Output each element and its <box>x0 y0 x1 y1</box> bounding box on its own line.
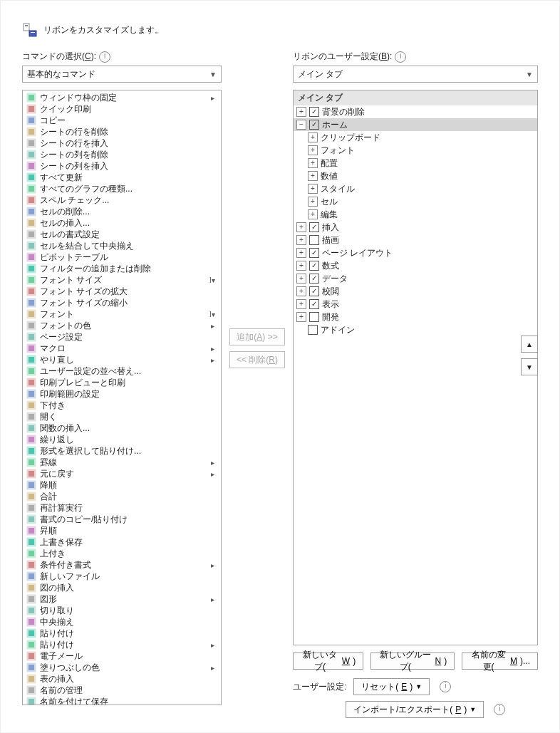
checkbox[interactable] <box>309 274 319 284</box>
command-item[interactable]: コピー <box>24 115 219 126</box>
collapse-icon[interactable]: − <box>296 120 306 130</box>
move-down-button[interactable]: ▼ <box>521 358 538 375</box>
checkbox[interactable] <box>309 312 319 322</box>
command-item[interactable]: セルの削除... <box>24 206 219 217</box>
checkbox[interactable] <box>309 248 319 258</box>
command-item[interactable]: 上書き保存 <box>24 536 219 548</box>
command-item[interactable]: 開く <box>24 411 219 422</box>
command-item[interactable]: 合計 <box>24 491 219 502</box>
expand-icon[interactable]: + <box>308 184 318 194</box>
expand-icon[interactable]: + <box>308 197 318 207</box>
tree-node-group[interactable]: +配置 <box>294 157 537 170</box>
customize-ribbon-dropdown[interactable]: メイン タブ ▼ <box>293 66 538 83</box>
commands-listbox[interactable]: ウィンドウ枠の固定▸クイック印刷コピーシートの行を削除シートの行を挿入シートの列… <box>22 90 222 705</box>
rename-button[interactable]: 名前の変更(M)... <box>462 653 538 670</box>
command-item[interactable]: 書式のコピー/貼り付け <box>24 514 219 525</box>
tree-node-group[interactable]: +数値 <box>294 170 537 182</box>
checkbox[interactable] <box>309 120 319 130</box>
expand-icon[interactable]: + <box>296 248 306 258</box>
checkbox[interactable] <box>309 235 319 245</box>
command-item[interactable]: すべて更新 <box>24 172 219 183</box>
tree-node-group[interactable]: +クリップボード <box>294 131 537 144</box>
expand-icon[interactable]: + <box>296 235 306 245</box>
info-icon[interactable]: i <box>440 681 451 692</box>
expand-icon[interactable]: + <box>296 299 306 309</box>
commands-from-dropdown[interactable]: 基本的なコマンド ▼ <box>22 66 222 83</box>
command-item[interactable]: 表の挿入 <box>24 673 219 685</box>
tree-node-developer[interactable]: + 開発 <box>294 311 537 323</box>
command-item[interactable]: 図形▸ <box>24 593 219 605</box>
command-item[interactable]: 貼り付け <box>24 628 219 639</box>
command-item[interactable]: 貼り付け▸ <box>24 639 219 650</box>
command-item[interactable]: 繰り返し <box>24 434 219 445</box>
command-item[interactable]: 名前を付けて保存 <box>24 696 219 705</box>
checkbox[interactable] <box>309 261 319 271</box>
expand-icon[interactable]: + <box>296 312 306 322</box>
command-item[interactable]: 上付き <box>24 548 219 559</box>
command-item[interactable]: 電子メール <box>24 650 219 662</box>
tree-node-review[interactable]: + 校閲 <box>294 285 537 298</box>
tree-node-group[interactable]: +編集 <box>294 208 537 221</box>
command-item[interactable]: 形式を選択して貼り付け... <box>24 445 219 457</box>
tree-node-data[interactable]: + データ <box>294 272 537 285</box>
move-up-button[interactable]: ▲ <box>521 336 538 353</box>
expand-icon[interactable]: + <box>308 158 318 168</box>
checkbox[interactable] <box>309 286 319 296</box>
expand-icon[interactable]: + <box>296 222 306 232</box>
tree-node-draw[interactable]: + 描画 <box>294 234 537 246</box>
command-item[interactable]: 罫線▸ <box>24 457 219 468</box>
command-item[interactable]: 印刷プレビューと印刷 <box>24 377 219 388</box>
command-item[interactable]: フォントI▾ <box>24 308 219 320</box>
command-item[interactable]: 塗りつぶしの色▸ <box>24 662 219 673</box>
command-item[interactable]: 図の挿入 <box>24 582 219 593</box>
command-item[interactable]: 切り取り <box>24 605 219 616</box>
checkbox[interactable] <box>309 299 319 309</box>
command-item[interactable]: すべてのグラフの種類... <box>24 183 219 194</box>
checkbox[interactable] <box>309 107 319 117</box>
command-item[interactable]: フォント サイズI▾ <box>24 274 219 286</box>
command-item[interactable]: ピボットテーブル <box>24 251 219 263</box>
command-item[interactable]: マクロ▸ <box>24 343 219 354</box>
command-item[interactable]: 印刷範囲の設定 <box>24 388 219 400</box>
expand-icon[interactable]: + <box>296 286 306 296</box>
command-item[interactable]: ページ設定 <box>24 331 219 343</box>
expand-icon[interactable]: + <box>296 107 306 117</box>
checkbox[interactable] <box>309 222 319 232</box>
command-item[interactable]: シートの行を削除 <box>24 126 219 137</box>
tree-node-home[interactable]: − ホーム <box>294 118 537 131</box>
command-item[interactable]: 中央揃え <box>24 616 219 628</box>
expand-icon[interactable]: + <box>308 145 318 155</box>
tree-node-formulas[interactable]: + 数式 <box>294 259 537 272</box>
tree-node-insert[interactable]: + 挿入 <box>294 221 537 234</box>
command-item[interactable]: 名前の管理 <box>24 685 219 696</box>
command-item[interactable]: 関数の挿入... <box>24 422 219 434</box>
reset-button[interactable]: リセット(E)▼ <box>353 678 430 695</box>
command-item[interactable]: シートの列を削除 <box>24 149 219 160</box>
tree-node-group[interactable]: +フォント <box>294 144 537 157</box>
command-item[interactable]: スペル チェック... <box>24 194 219 206</box>
info-icon[interactable]: i <box>99 51 110 63</box>
command-item[interactable]: やり直し▸ <box>24 354 219 365</box>
command-item[interactable]: 下付き <box>24 400 219 411</box>
command-item[interactable]: 条件付き書式▸ <box>24 559 219 571</box>
expand-icon[interactable]: + <box>296 261 306 271</box>
tree-node-group[interactable]: +セル <box>294 195 537 208</box>
command-item[interactable]: セルを結合して中央揃え <box>24 240 219 251</box>
command-item[interactable]: フォントの色▸ <box>24 320 219 331</box>
expand-icon[interactable]: + <box>308 171 318 181</box>
info-icon[interactable]: i <box>395 51 406 63</box>
import-export-button[interactable]: インポート/エクスポート(P)▼ <box>346 701 484 718</box>
tree-node-page-layout[interactable]: + ページ レイアウト <box>294 246 537 259</box>
command-item[interactable]: 元に戻す▸ <box>24 468 219 479</box>
command-item[interactable]: 降順 <box>24 479 219 491</box>
command-item[interactable]: シートの行を挿入 <box>24 137 219 149</box>
expand-icon[interactable]: + <box>308 132 318 142</box>
command-item[interactable]: フォント サイズの拡大 <box>24 286 219 297</box>
tree-node-addin[interactable]: アドイン <box>294 323 537 336</box>
checkbox[interactable] <box>308 325 318 335</box>
tree-node-group[interactable]: +スタイル <box>294 182 537 195</box>
command-item[interactable]: セルの書式設定 <box>24 229 219 240</box>
expand-icon[interactable]: + <box>296 274 306 284</box>
command-item[interactable]: ユーザー設定の並べ替え... <box>24 365 219 377</box>
command-item[interactable]: フィルターの追加または削除 <box>24 263 219 274</box>
